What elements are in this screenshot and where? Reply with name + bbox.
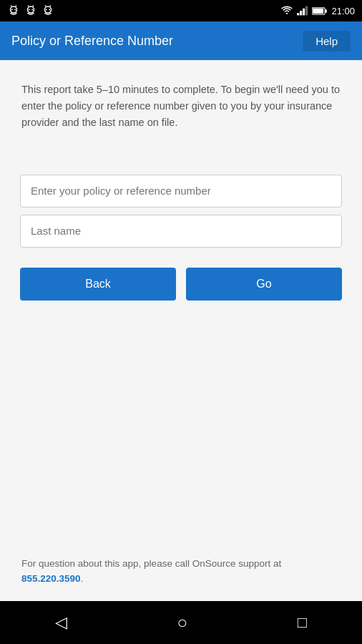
- nav-recent-icon[interactable]: □: [298, 613, 307, 632]
- description-section: This report take 5–10 minutes to complet…: [0, 60, 362, 146]
- battery-icon: [312, 6, 328, 16]
- android-icon-1: [7, 4, 20, 17]
- svg-point-14: [49, 9, 50, 11]
- go-button[interactable]: Go: [186, 268, 342, 301]
- wifi-icon: [280, 6, 293, 16]
- svg-rect-17: [303, 9, 305, 16]
- nav-home-icon[interactable]: ○: [177, 613, 188, 633]
- app-bar: Policy or Reference Number Help: [0, 21, 362, 60]
- svg-point-10: [45, 6, 52, 13]
- help-button[interactable]: Help: [303, 31, 351, 52]
- main-content: This report take 5–10 minutes to complet…: [0, 60, 362, 601]
- svg-point-9: [31, 9, 33, 11]
- nav-back-icon[interactable]: ◁: [55, 613, 67, 632]
- back-button[interactable]: Back: [20, 268, 176, 301]
- svg-point-4: [14, 9, 16, 11]
- svg-rect-16: [300, 11, 302, 15]
- android-icon-3: [41, 4, 54, 17]
- policy-number-input[interactable]: [20, 175, 342, 208]
- app-bar-title: Policy or Reference Number: [11, 34, 173, 49]
- svg-line-1: [11, 6, 11, 7]
- svg-rect-15: [297, 13, 299, 15]
- status-bar-icons: [7, 4, 54, 17]
- description-text: This report take 5–10 minutes to complet…: [21, 82, 341, 132]
- footer-section: For question about this app, please call…: [0, 542, 362, 601]
- svg-line-6: [28, 6, 29, 7]
- svg-line-7: [33, 6, 34, 7]
- svg-point-5: [28, 6, 34, 13]
- svg-line-12: [50, 6, 51, 7]
- svg-rect-18: [305, 6, 308, 16]
- nav-bar: ◁ ○ □: [0, 601, 362, 644]
- android-icon-2: [24, 4, 37, 17]
- button-row: Back Go: [0, 268, 362, 301]
- svg-line-11: [45, 6, 46, 7]
- status-bar: 21:00: [0, 0, 362, 21]
- form-section: [0, 146, 362, 262]
- footer-phone: 855.220.3590: [21, 573, 81, 584]
- footer-text: For question about this app, please call…: [21, 556, 341, 587]
- signal-icon: [297, 6, 308, 16]
- svg-point-3: [11, 9, 13, 11]
- svg-rect-21: [313, 8, 324, 13]
- svg-line-2: [16, 6, 16, 7]
- svg-point-8: [29, 9, 30, 11]
- last-name-input[interactable]: [20, 215, 342, 248]
- footer-prefix: For question about this app, please call…: [21, 558, 281, 569]
- status-bar-system: 21:00: [280, 6, 355, 16]
- footer-suffix: .: [81, 573, 84, 584]
- svg-rect-20: [326, 9, 327, 13]
- svg-point-13: [46, 9, 47, 11]
- time-display: 21:00: [331, 6, 355, 16]
